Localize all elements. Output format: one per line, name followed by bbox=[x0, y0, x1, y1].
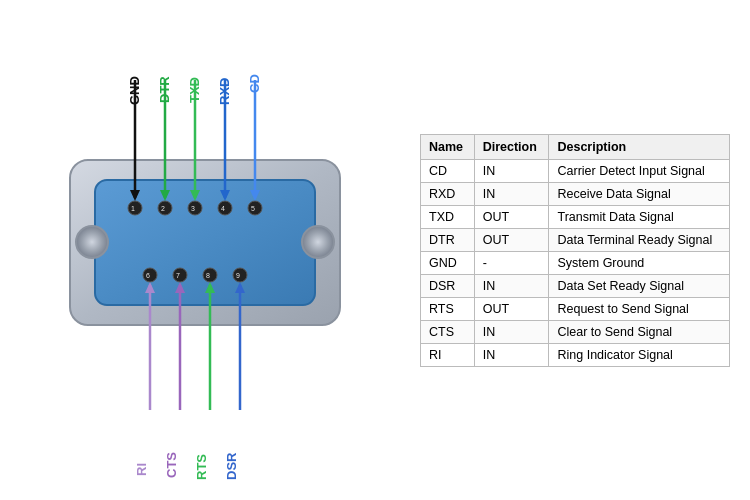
svg-marker-29 bbox=[220, 190, 230, 201]
svg-text:DTR: DTR bbox=[157, 76, 172, 103]
table-cell-8-1: IN bbox=[474, 343, 549, 366]
svg-text:RTS: RTS bbox=[194, 454, 209, 480]
svg-point-9 bbox=[143, 268, 157, 282]
svg-text:9: 9 bbox=[236, 272, 240, 279]
table-cell-6-2: Request to Send Signal bbox=[549, 297, 730, 320]
table-cell-5-0: DSR bbox=[421, 274, 475, 297]
svg-text:5: 5 bbox=[251, 205, 255, 212]
table-cell-2-1: OUT bbox=[474, 205, 549, 228]
svg-marker-37 bbox=[175, 282, 185, 293]
svg-text:1: 1 bbox=[131, 205, 135, 212]
table-cell-6-1: OUT bbox=[474, 297, 549, 320]
table-cell-7-2: Clear to Send Signal bbox=[549, 320, 730, 343]
table-row: CDINCarrier Detect Input Signal bbox=[421, 159, 730, 182]
col-header-direction: Direction bbox=[474, 134, 549, 159]
table-cell-8-2: Ring Indicator Signal bbox=[549, 343, 730, 366]
svg-point-7 bbox=[218, 201, 232, 215]
table-row: RTSOUTRequest to Send Signal bbox=[421, 297, 730, 320]
table-cell-5-2: Data Set Ready Signal bbox=[549, 274, 730, 297]
table-cell-2-2: Transmit Data Signal bbox=[549, 205, 730, 228]
main-container: 1 2 3 4 5 6 7 8 9 bbox=[5, 10, 745, 490]
table-cell-7-0: CTS bbox=[421, 320, 475, 343]
table-cell-6-0: RTS bbox=[421, 297, 475, 320]
svg-rect-0 bbox=[70, 160, 340, 325]
svg-marker-27 bbox=[190, 190, 200, 201]
svg-marker-23 bbox=[130, 190, 140, 201]
connector-diagram: 1 2 3 4 5 6 7 8 9 bbox=[20, 20, 410, 480]
table-row: RIINRing Indicator Signal bbox=[421, 343, 730, 366]
table-cell-4-1: - bbox=[474, 251, 549, 274]
svg-marker-35 bbox=[205, 282, 215, 293]
table-cell-0-0: CD bbox=[421, 159, 475, 182]
svg-marker-33 bbox=[235, 282, 245, 293]
table-cell-0-2: Carrier Detect Input Signal bbox=[549, 159, 730, 182]
svg-point-5 bbox=[158, 201, 172, 215]
table-row: DSRINData Set Ready Signal bbox=[421, 274, 730, 297]
table-row: GND-System Ground bbox=[421, 251, 730, 274]
svg-point-8 bbox=[248, 201, 262, 215]
col-header-description: Description bbox=[549, 134, 730, 159]
table-cell-1-1: IN bbox=[474, 182, 549, 205]
table-row: DTROUTData Terminal Ready Signal bbox=[421, 228, 730, 251]
table-cell-2-0: TXD bbox=[421, 205, 475, 228]
table-cell-3-0: DTR bbox=[421, 228, 475, 251]
table-cell-1-0: RXD bbox=[421, 182, 475, 205]
svg-text:RXD: RXD bbox=[217, 78, 232, 105]
svg-point-3 bbox=[302, 226, 334, 258]
table-cell-4-2: System Ground bbox=[549, 251, 730, 274]
table-row: TXDOUTTransmit Data Signal bbox=[421, 205, 730, 228]
signal-table: Name Direction Description CDINCarrier D… bbox=[410, 134, 730, 367]
svg-marker-25 bbox=[160, 190, 170, 201]
table-row: RXDINReceive Data Signal bbox=[421, 182, 730, 205]
svg-text:TXD: TXD bbox=[187, 77, 202, 103]
svg-point-10 bbox=[173, 268, 187, 282]
table-cell-4-0: GND bbox=[421, 251, 475, 274]
svg-text:3: 3 bbox=[191, 205, 195, 212]
svg-marker-39 bbox=[145, 282, 155, 293]
svg-text:CTS: CTS bbox=[164, 452, 179, 478]
table-cell-3-2: Data Terminal Ready Signal bbox=[549, 228, 730, 251]
svg-point-4 bbox=[128, 201, 142, 215]
table-cell-7-1: IN bbox=[474, 320, 549, 343]
svg-rect-1 bbox=[95, 180, 315, 305]
svg-marker-31 bbox=[250, 190, 260, 201]
table-cell-8-0: RI bbox=[421, 343, 475, 366]
svg-text:CD: CD bbox=[247, 74, 262, 93]
svg-text:7: 7 bbox=[176, 272, 180, 279]
svg-text:6: 6 bbox=[146, 272, 150, 279]
svg-text:RI: RI bbox=[134, 463, 149, 476]
svg-text:2: 2 bbox=[161, 205, 165, 212]
svg-text:GND: GND bbox=[127, 76, 142, 105]
table-row: CTSINClear to Send Signal bbox=[421, 320, 730, 343]
svg-point-6 bbox=[188, 201, 202, 215]
table-cell-1-2: Receive Data Signal bbox=[549, 182, 730, 205]
table-cell-0-1: IN bbox=[474, 159, 549, 182]
svg-text:4: 4 bbox=[221, 205, 225, 212]
col-header-name: Name bbox=[421, 134, 475, 159]
svg-point-11 bbox=[203, 268, 217, 282]
svg-text:DSR: DSR bbox=[224, 452, 239, 480]
svg-text:8: 8 bbox=[206, 272, 210, 279]
table-cell-5-1: IN bbox=[474, 274, 549, 297]
svg-point-2 bbox=[76, 226, 108, 258]
table-cell-3-1: OUT bbox=[474, 228, 549, 251]
svg-point-12 bbox=[233, 268, 247, 282]
